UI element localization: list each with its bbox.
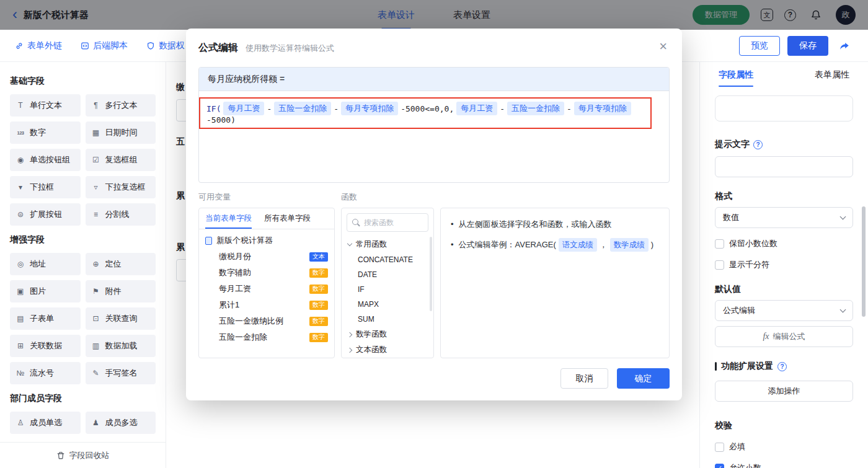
- function-group-common[interactable]: 常用函数: [342, 237, 433, 252]
- tab-field-properties[interactable]: 字段属性: [719, 69, 753, 87]
- signature-icon: ✎: [91, 369, 101, 377]
- data-manage-button[interactable]: 数据管理: [693, 5, 750, 25]
- sidebar-item-member-multi[interactable]: ♟成员多选: [86, 412, 156, 434]
- functions-scrollbar[interactable]: [430, 237, 432, 311]
- sidebar-item-serial-number[interactable]: №流水号: [10, 362, 81, 384]
- variable-item[interactable]: 五险一金扣除数字: [199, 329, 334, 345]
- sidebar-item-dropdown[interactable]: ▾下拉框: [10, 176, 81, 198]
- question-icon[interactable]: ?: [777, 362, 787, 371]
- function-search-input[interactable]: [364, 218, 423, 227]
- canvas-field-label: 累: [176, 190, 185, 201]
- notification-bell-icon[interactable]: [807, 6, 825, 24]
- search-icon: [352, 219, 360, 227]
- keep-decimal-checkbox[interactable]: 保留小数位数: [715, 238, 853, 249]
- field-chip[interactable]: 每月工资: [456, 102, 497, 115]
- sidebar-item-attachment[interactable]: ⚑附件: [86, 280, 156, 302]
- canvas-field-label: 缴: [176, 82, 185, 93]
- sidebar-item-number[interactable]: 123数字: [10, 121, 81, 144]
- default-value-select[interactable]: 公式编辑: [715, 300, 853, 321]
- field-label: 关联查询: [105, 313, 138, 324]
- function-item[interactable]: CONCATENATE: [342, 252, 433, 267]
- page-title: 新版个税计算器: [24, 9, 89, 21]
- hint-text-input[interactable]: [715, 156, 853, 177]
- sidebar-item-linked-query[interactable]: ⊡关联查询: [86, 307, 156, 330]
- help-panel: • 从左侧面板选择字段名和函数，或输入函数 • 公式编辑举例：AVERAGE( …: [440, 208, 670, 358]
- field-label: 成员单选: [30, 417, 62, 428]
- avatar[interactable]: 政: [836, 5, 856, 25]
- sidebar-item-address[interactable]: ◎地址: [10, 253, 81, 275]
- image-icon: ▣: [16, 287, 25, 296]
- function-item[interactable]: SUM: [342, 312, 433, 327]
- tab-form-properties[interactable]: 表单属性: [815, 69, 849, 87]
- sidebar-item-radio-group[interactable]: ◉单选按钮组: [10, 149, 81, 171]
- sidebar-item-subform[interactable]: ▤子表单: [10, 307, 81, 330]
- cancel-button[interactable]: 取消: [560, 368, 608, 389]
- share-icon[interactable]: [836, 37, 853, 55]
- tab-current-form-fields[interactable]: 当前表单字段: [199, 208, 258, 229]
- allow-decimal-checkbox[interactable]: ✓ 允许小数: [715, 462, 853, 468]
- function-item[interactable]: MAPX: [342, 297, 433, 312]
- format-select[interactable]: 数值: [715, 207, 853, 228]
- confirm-button[interactable]: 确定: [617, 368, 670, 389]
- thousand-separator-checkbox[interactable]: 显示千分符: [715, 259, 853, 270]
- data-permission-link[interactable]: 数据权: [146, 40, 185, 51]
- function-item[interactable]: DATE: [342, 267, 433, 282]
- backend-script-label: 后端脚本: [93, 40, 128, 51]
- add-action-button[interactable]: 添加操作: [715, 381, 853, 402]
- function-item[interactable]: IF: [342, 282, 433, 297]
- tab-form-design[interactable]: 表单设计: [378, 0, 415, 30]
- panel-scrollbar[interactable]: [862, 206, 866, 317]
- help-icon[interactable]: ?: [784, 9, 796, 21]
- field-chip[interactable]: 每月工资: [223, 102, 264, 115]
- dropdown-checkbox-icon: ▿: [91, 183, 101, 192]
- tab-form-settings[interactable]: 表单设置: [453, 0, 490, 30]
- field-chip[interactable]: 每月专项扣除: [574, 102, 631, 115]
- sidebar-item-checkbox-group[interactable]: ☑复选框组: [86, 149, 156, 171]
- close-icon[interactable]: ×: [659, 40, 667, 53]
- form-external-link[interactable]: 表单外链: [15, 40, 62, 51]
- required-checkbox[interactable]: 必填: [715, 441, 853, 453]
- function-search[interactable]: [347, 213, 428, 232]
- linked-query-icon: ⊡: [91, 314, 101, 323]
- sidebar-item-dropdown-checkbox[interactable]: ▿下拉复选框: [86, 176, 156, 198]
- function-group-text[interactable]: 文本函数: [342, 342, 433, 358]
- back-icon[interactable]: ‹: [12, 7, 17, 22]
- sidebar-item-image[interactable]: ▣图片: [10, 280, 81, 302]
- question-icon[interactable]: ?: [753, 140, 763, 149]
- validation-section-label: 校验: [715, 420, 853, 431]
- sidebar-item-location[interactable]: ⊕定位: [86, 253, 156, 275]
- field-recycle-bin[interactable]: 字段回收站: [0, 442, 166, 468]
- backend-script-link[interactable]: 后端脚本: [81, 40, 128, 51]
- checkbox-unchecked-icon: [715, 260, 724, 270]
- save-button[interactable]: 保存: [787, 36, 828, 56]
- sidebar-item-datetime[interactable]: ▦日期时间: [86, 121, 156, 144]
- type-badge: 数字: [309, 268, 328, 278]
- modal-header: 公式编辑 使用数学运算符编辑公式 ×: [186, 29, 682, 62]
- preview-button[interactable]: 预览: [739, 36, 780, 56]
- variable-item[interactable]: 累计1数字: [199, 297, 334, 313]
- sidebar-item-signature[interactable]: ✎手写签名: [86, 362, 156, 384]
- variable-item[interactable]: 数字辅助数字: [199, 265, 334, 281]
- variable-item[interactable]: 缴税月份文本: [199, 249, 334, 265]
- function-group-math[interactable]: 数学函数: [342, 327, 433, 342]
- fx-icon: fx: [763, 332, 769, 342]
- sidebar-item-linked-data[interactable]: ⊞关联数据: [10, 335, 81, 357]
- sidebar-item-extend-button[interactable]: ⊜扩展按钮: [10, 203, 81, 226]
- sidebar-item-member-single[interactable]: ♙成员单选: [10, 412, 81, 434]
- variable-item[interactable]: 每月工资数字: [199, 281, 334, 297]
- field-chip[interactable]: 五险一金扣除: [507, 102, 564, 115]
- translate-icon[interactable]: 文: [761, 9, 773, 21]
- sidebar-item-data-load[interactable]: ▥数据加载: [86, 335, 156, 357]
- field-chip[interactable]: 五险一金扣除: [274, 102, 331, 115]
- field-title-input[interactable]: [715, 95, 853, 121]
- formula-token: -5000<=0,0,: [401, 104, 454, 113]
- formula-content[interactable]: IF( 每月工资 - 五险一金扣除 - 每月专项扣除 -5000<=0,0, 每…: [199, 91, 669, 129]
- edit-formula-button[interactable]: fx 编辑公式: [715, 326, 853, 347]
- tab-all-form-fields[interactable]: 所有表单字段: [258, 208, 317, 229]
- variables-tree-root[interactable]: 新版个税计算器: [199, 229, 334, 249]
- field-chip[interactable]: 每月专项扣除: [341, 102, 398, 115]
- sidebar-item-divider[interactable]: ≡分割线: [86, 203, 156, 226]
- sidebar-item-multi-line-text[interactable]: ¶多行文本: [86, 94, 156, 117]
- sidebar-item-single-line-text[interactable]: T单行文本: [10, 94, 81, 117]
- variable-item[interactable]: 五险一金缴纳比例数字: [199, 313, 334, 329]
